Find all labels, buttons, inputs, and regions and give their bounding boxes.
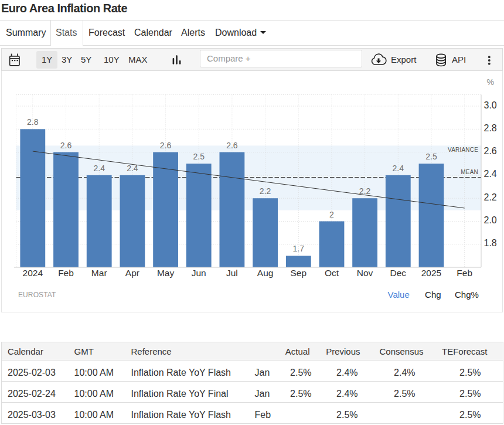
- svg-text:Jul: Jul: [226, 268, 238, 278]
- svg-text:2.6: 2.6: [60, 141, 72, 150]
- svg-text:2.8: 2.8: [27, 117, 39, 127]
- svg-text:Oct: Oct: [325, 268, 339, 278]
- svg-text:Value: Value: [388, 290, 410, 300]
- svg-text:2.4: 2.4: [393, 164, 404, 173]
- svg-text:2.4: 2.4: [127, 164, 138, 173]
- svg-text:2.8: 2.8: [484, 123, 497, 133]
- svg-text:Sep: Sep: [291, 268, 307, 278]
- svg-text:1.7: 1.7: [293, 244, 305, 253]
- svg-text:2.2: 2.2: [359, 186, 371, 196]
- svg-text:Feb: Feb: [58, 268, 74, 278]
- svg-text:Mar: Mar: [91, 268, 107, 278]
- svg-text:Aug: Aug: [257, 268, 274, 278]
- svg-text:VARIANCE: VARIANCE: [448, 147, 478, 153]
- svg-text:Nov: Nov: [357, 268, 373, 278]
- svg-text:Jun: Jun: [192, 268, 206, 278]
- svg-text:Dec: Dec: [390, 268, 407, 278]
- svg-text:1.8: 1.8: [484, 238, 497, 248]
- svg-text:2.4: 2.4: [93, 164, 105, 173]
- svg-text:2.2: 2.2: [260, 186, 271, 196]
- svg-text:2.6: 2.6: [160, 141, 172, 150]
- svg-text:2.5: 2.5: [193, 152, 205, 161]
- svg-text:2.2: 2.2: [484, 192, 497, 202]
- svg-text:2.0: 2.0: [484, 215, 497, 225]
- svg-text:2.5: 2.5: [425, 152, 437, 161]
- svg-text:EUROSTAT: EUROSTAT: [18, 291, 56, 299]
- svg-text:Chg%: Chg%: [455, 290, 479, 300]
- svg-text:2: 2: [329, 210, 334, 219]
- svg-text:Apr: Apr: [125, 268, 139, 278]
- svg-text:3.0: 3.0: [484, 100, 497, 110]
- svg-text:Feb: Feb: [457, 268, 472, 278]
- svg-text:MEAN: MEAN: [461, 169, 478, 175]
- svg-text:2025: 2025: [421, 268, 441, 278]
- svg-text:2.6: 2.6: [226, 141, 238, 150]
- svg-text:2.6: 2.6: [484, 146, 497, 156]
- svg-text:May: May: [157, 268, 175, 278]
- svg-text:Chg: Chg: [425, 290, 441, 300]
- svg-text:2024: 2024: [23, 268, 43, 278]
- svg-text:%: %: [487, 77, 494, 87]
- svg-text:2.4: 2.4: [484, 169, 497, 179]
